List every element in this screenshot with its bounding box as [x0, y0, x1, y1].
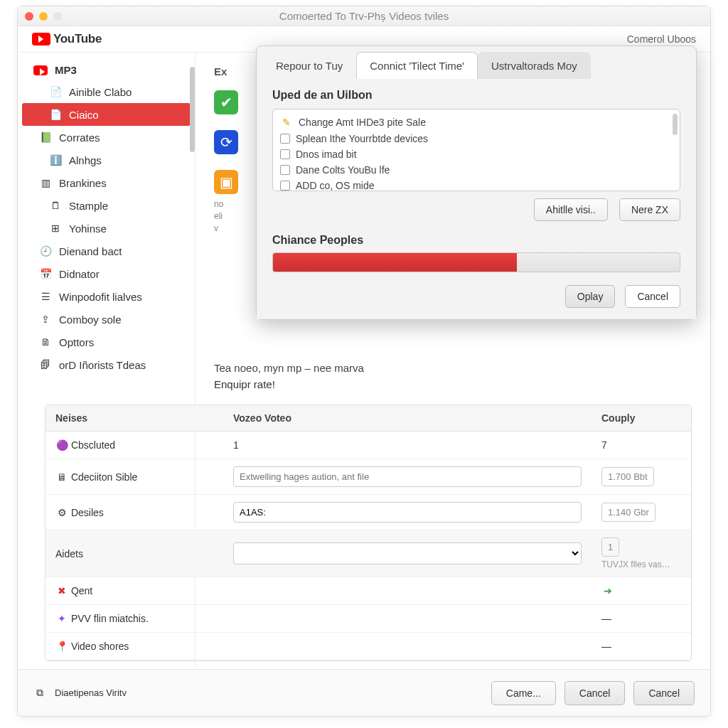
page-icon: 🗒: [49, 199, 62, 212]
sidebar-item-didnator[interactable]: 📅 Didnator: [18, 262, 195, 285]
tab-repour[interactable]: Repour to Tuy: [262, 52, 356, 79]
settings-table: Neises Vozeo Voteo Couply 🟣 Cbscluted 1 …: [45, 405, 692, 661]
list-item[interactable]: Dnos imad bit: [280, 146, 673, 162]
cell-count: 7: [592, 432, 691, 458]
tab-connict[interactable]: Connict 'Tilect Time': [356, 52, 478, 79]
sidebar-item-opttors[interactable]: 🗎 Opttors: [18, 331, 195, 353]
sidebar-item-label: Winpodofit lialves: [59, 291, 142, 303]
sidebar-item-label: Opttors: [59, 336, 94, 348]
sidebar-item-alnhgs[interactable]: ℹ️ Alnhgs: [18, 149, 195, 171]
list-item[interactable]: ADD co, OS mide: [280, 178, 673, 193]
arrow-right-icon: ➔: [601, 584, 614, 597]
table-header: Neises Vozeo Voteo Couply: [46, 405, 691, 432]
cell-name: Qent: [71, 585, 92, 596]
sidebar-item-label: Dienand bact: [59, 245, 122, 257]
share-icon: ⇪: [39, 313, 52, 326]
footer-bar: ⧉ Diaetipenas Viritv Came... Cancel Canc…: [18, 669, 710, 716]
sidebar-item-label: Brankines: [59, 177, 107, 189]
film-icon: ▣: [214, 170, 238, 194]
value-select[interactable]: [233, 542, 582, 564]
sidebar-item-comboy[interactable]: ⇪ Comboy sole: [18, 308, 195, 331]
footer-button-cancel-1[interactable]: Cancel: [564, 681, 626, 705]
sidebar-item-ainible[interactable]: 📄 Ainible Clabo: [18, 80, 195, 103]
zoom-icon[interactable]: [53, 12, 62, 21]
table-row: ⚙ Desiles 1.140 Gbr: [46, 495, 691, 530]
brand-text: YouTube: [53, 32, 102, 46]
sidebar-item-yohinse[interactable]: ⊞ Yohinse: [18, 217, 195, 240]
doc-icon: 📄: [49, 85, 62, 98]
count-pill: 1.140 Gbr: [601, 503, 655, 522]
list-item-label: ADD co, OS mide: [296, 180, 374, 191]
tab-ustrv[interactable]: Ustrvaltorads Moy: [478, 52, 591, 79]
cell-name: PVV flin miatchis.: [71, 613, 149, 624]
pencil-icon: ✎: [280, 116, 293, 129]
th-value: Vozeo Voteo: [223, 405, 592, 431]
ok-button[interactable]: Oplay: [565, 285, 616, 308]
dash-icon: —: [601, 641, 611, 652]
checkbox[interactable]: [280, 134, 290, 144]
checkbox[interactable]: [280, 149, 290, 159]
value-input[interactable]: [233, 466, 582, 487]
titlebar: Comoerted To Trv-Phṣ Videos tviles: [18, 6, 710, 26]
cell-name: Aidets: [46, 541, 223, 567]
count-pill: 1.700 Bbt: [601, 467, 654, 486]
list-item[interactable]: Dane Colts YouBu lfe: [280, 162, 673, 178]
cell-value: 1: [223, 432, 592, 458]
minimize-icon[interactable]: [39, 12, 48, 21]
x-icon: ✖: [55, 584, 68, 597]
sidebar-item-label: Ciaico: [69, 109, 99, 121]
footer-button-came[interactable]: Came...: [491, 681, 556, 705]
star-icon: ✦: [55, 612, 68, 625]
text-icon: 🗐: [39, 358, 52, 371]
list-item-label: Dane Colts YouBu lfe: [296, 164, 390, 176]
panel-line-1: Tea noeo, myn mp – nee marva: [214, 362, 692, 374]
sidebar-item-brankines[interactable]: ▥ Brankines: [18, 171, 195, 194]
sidebar-item-label: Stample: [69, 200, 108, 212]
checkbox[interactable]: [280, 181, 290, 191]
monitor-icon: 🖥: [55, 471, 68, 483]
window-title: Comoerted To Trv-Phṣ Videos tviles: [75, 10, 653, 23]
youtube-icon: [33, 65, 48, 75]
refresh-icon: ⟳: [214, 130, 238, 154]
table-row: ✖ Qent ➔: [46, 577, 691, 605]
value-input[interactable]: [233, 502, 582, 523]
sidebar-item-winpodofit[interactable]: ☰ Winpodofit lialves: [18, 285, 195, 308]
count-pill: 1: [601, 537, 619, 557]
header-right-link[interactable]: Comerol Uboos: [627, 33, 696, 45]
table-row: Aidets 1 TUVJX flles vas…: [46, 530, 691, 577]
list-item[interactable]: Splean Ithe Yourrbtde devices: [280, 131, 673, 146]
table-row: 📍 Video shores —: [46, 633, 691, 660]
gear-icon: ⚙: [55, 506, 68, 519]
close-icon[interactable]: [25, 12, 33, 21]
sidebar-item-stample[interactable]: 🗒 Stample: [18, 194, 195, 217]
sidebar-item-label: Comboy sole: [59, 314, 122, 326]
sidebar-root[interactable]: MP3: [18, 60, 195, 80]
cancel-button[interactable]: Cancel: [625, 285, 680, 308]
book-icon: 📗: [39, 131, 52, 144]
settings-dialog: Repour to Tuy Connict 'Tilect Time' Ustr…: [256, 46, 697, 320]
list-icon: ☰: [39, 290, 52, 303]
sidebar-root-label: MP3: [55, 64, 77, 76]
cell-name: Cdeciiton Sible: [71, 471, 137, 483]
dialog-button-b[interactable]: Nere ZX: [619, 198, 680, 221]
checkbox[interactable]: [280, 165, 290, 175]
sidebar-item-dienand[interactable]: 🕘 Dienand bact: [18, 240, 195, 262]
dialog-tabs: Repour to Tuy Connict 'Tilect Time' Ustr…: [257, 46, 696, 79]
table-row: 🖥 Cdeciiton Sible 1.700 Bbt: [46, 459, 691, 495]
table-row: 🟣 Cbscluted 1 7: [46, 432, 691, 459]
progress-bar: [272, 252, 680, 272]
doc-icon: 📄: [49, 108, 62, 121]
sidebar-item-label: Corrates: [59, 132, 100, 144]
sidebar-item-corrates[interactable]: 📗 Corrates: [18, 126, 195, 149]
dialog-button-a[interactable]: Ahitlle visi..: [534, 198, 608, 221]
badge-icon: 🟣: [55, 439, 68, 451]
sidebar-item-ciaico[interactable]: 📄 Ciaico: [22, 103, 191, 126]
footer-button-cancel-2[interactable]: Cancel: [633, 681, 695, 705]
sidebar-item-ord[interactable]: 🗐 orD Iñorists Tdeas: [18, 353, 195, 376]
cell-name: Desiles: [71, 507, 104, 518]
footer-left-text: Diaetipenas Viritv: [55, 687, 127, 698]
list-item[interactable]: ✎ Change Amt IHDe3 pite Sale: [280, 114, 673, 131]
list-item-label: Dnos imad bit: [296, 149, 357, 160]
options-listbox[interactable]: ✎ Change Amt IHDe3 pite Sale Splean Ithe…: [272, 109, 680, 191]
cell-name: Cbscluted: [71, 439, 115, 451]
